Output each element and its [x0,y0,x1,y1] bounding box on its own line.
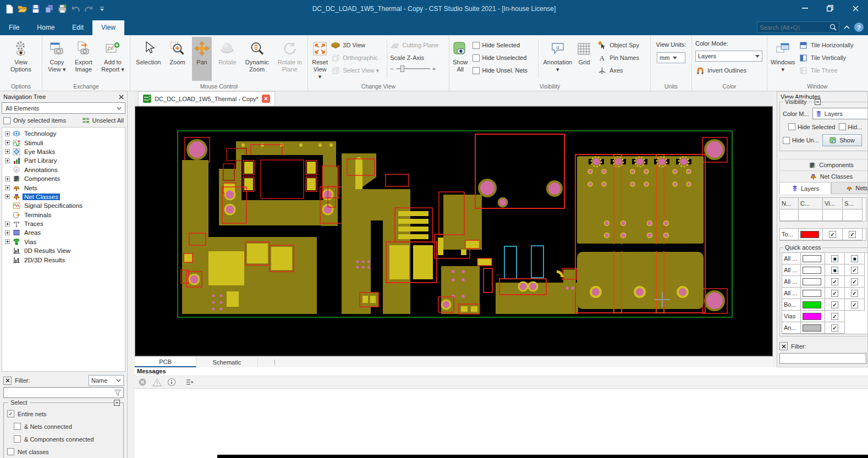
expand-icon[interactable] [5,194,10,199]
selectable-checkbox[interactable]: ✓ [843,229,862,240]
entire-nets-checkbox[interactable]: ✓Entire nets [7,407,120,420]
show-all-button[interactable]: Show All [451,37,470,81]
color-mode-select[interactable]: Layers [695,51,762,62]
tree-filter-select[interactable]: All Elements [2,102,125,114]
pcb-layout-view[interactable] [135,107,772,356]
tree-item-components[interactable]: Components [2,174,125,183]
visible-checkbox[interactable]: ✓ [825,322,845,334]
messages-content[interactable] [135,389,868,457]
color-swatch[interactable] [801,276,825,288]
errors-filter-icon[interactable] [138,378,147,387]
slider-thumb[interactable] [400,65,404,72]
object-spy-button[interactable]: Object Spy [597,40,641,50]
zoom-button[interactable]: Zoom [168,37,188,81]
pan-button[interactable]: Pan [192,37,212,81]
tree-item-eye-masks[interactable]: Eye Masks [2,147,125,156]
tab-pcb[interactable]: PCB [135,357,196,367]
visible-checkbox[interactable]: ✓ [825,311,845,322]
minimize-button[interactable] [792,0,817,16]
copy-view-button[interactable]: Copy View ▾ [46,37,68,81]
dynamic-zoom-button[interactable]: Dynamic Zoom [243,37,271,81]
selectable-checkbox[interactable]: ■ [845,253,865,264]
funnel-icon[interactable] [112,389,123,396]
visible-checkbox[interactable]: ■ [825,264,845,276]
selectable-checkbox[interactable]: ✓ [845,276,865,288]
clear-filter-button[interactable] [3,377,12,385]
selectable-checkbox[interactable]: ✓ [845,299,865,311]
info-filter-icon[interactable] [167,378,176,387]
tree-item-signal-specifications[interactable]: Signal Specifications [2,201,125,210]
invert-outlines-button[interactable]: Invert Outlines [695,65,746,75]
tree-item-terminals[interactable]: Terminals [2,211,125,219]
annotation-button[interactable]: a Annotation ▾ [541,37,575,81]
tree-item-annotations[interactable]: aAnnotations [2,165,125,174]
close-document-icon[interactable]: ✕ [262,95,270,103]
color-swatch[interactable] [801,253,825,264]
selectable-checkbox[interactable]: ✓ [845,264,865,276]
nets-connected-checkbox[interactable]: & Nets connected [7,420,120,433]
view-options-button[interactable]: View Options [8,37,34,81]
restore-button[interactable] [817,0,843,16]
warnings-filter-icon[interactable] [152,378,162,387]
selection-button[interactable]: Selection [134,37,163,81]
tree-item-nets[interactable]: Nets [2,183,125,192]
tree-item-vias[interactable]: Vias [2,238,125,246]
expand-icon[interactable] [5,230,10,235]
collapse-icon[interactable] [815,99,821,105]
collapse-icon[interactable] [114,400,120,406]
slider-track[interactable] [396,68,430,69]
filter-field-select[interactable]: Name [89,375,124,386]
tab-schematic[interactable]: Schematic [196,357,258,367]
clear-filter-button[interactable] [779,342,788,350]
close-icon[interactable] [119,95,124,100]
add-to-report-button[interactable]: Add to Report ▾ [99,37,127,81]
document-tab[interactable]: DC_DC_LOAD_1W5_Thermal - Copy* ✕ [138,91,275,106]
visible-checkbox[interactable]: ■ [825,253,845,264]
help-icon[interactable]: ? [854,23,864,32]
expand-icon[interactable] [5,222,10,227]
color-swatch[interactable] [801,322,825,334]
total-color-swatch[interactable] [799,229,823,240]
scale-z-slider[interactable]: − + [390,65,448,72]
tab-view[interactable]: View [92,20,124,35]
close-button[interactable] [843,0,868,16]
tab-file[interactable]: File [0,20,28,35]
tile-horizontally-button[interactable]: Tile Horizontally [799,40,862,50]
search-box[interactable] [757,21,839,33]
message-list-icon[interactable] [185,378,194,386]
hide-selected-checkbox[interactable]: Hide Selected [788,123,836,130]
color-swatch[interactable] [801,264,825,276]
export-image-button[interactable]: Export Image [73,37,95,81]
visible-checkbox[interactable]: ✓ [823,229,843,240]
tree-item-0d-results-view[interactable]: 0D Results View [2,246,125,255]
tree-item-traces[interactable]: Traces [2,219,125,228]
tree-item-technology[interactable]: Technology [2,129,125,138]
va-filter-input[interactable] [779,353,866,364]
expand-icon[interactable] [5,149,10,154]
filter-text-input[interactable] [3,387,124,398]
color-swatch[interactable] [801,299,825,311]
windows-button[interactable]: Windows ▾ [768,37,798,81]
components-section-bar[interactable]: Components [779,159,868,170]
collapse-ribbon-icon[interactable] [844,25,850,29]
expand-icon[interactable] [5,239,10,244]
expand-icon[interactable] [5,140,10,145]
hide-un-checkbox[interactable]: Hide Un... [783,137,819,144]
search-input[interactable] [760,24,829,31]
net-classes-section-bar[interactable]: Net Classes [779,170,868,182]
net-classes-checkbox[interactable]: Net classes [7,445,120,458]
hide-truncated-checkbox[interactable]: Hid... [839,123,862,130]
tree-item-2d3d-results[interactable]: 2D/3D Results [2,255,125,264]
hide-unselected-checkbox[interactable]: Hide Unselected [473,53,535,63]
expand-icon[interactable] [5,176,10,181]
tab-edit[interactable]: Edit [63,20,92,35]
color-swatch[interactable] [801,288,825,299]
components-connected-checkbox[interactable]: & Components connected [7,433,120,445]
tile-vertically-button[interactable]: Tile Vertically [799,53,862,63]
expand-icon[interactable] [5,158,10,163]
unselect-all-button[interactable]: Unselect All [83,117,124,124]
visible-checkbox[interactable]: ✓ [825,276,845,288]
color-mode-select[interactable]: Layers [812,108,868,119]
view-units-select[interactable]: mm [657,52,685,63]
axes-button[interactable]: Axes [597,65,641,75]
